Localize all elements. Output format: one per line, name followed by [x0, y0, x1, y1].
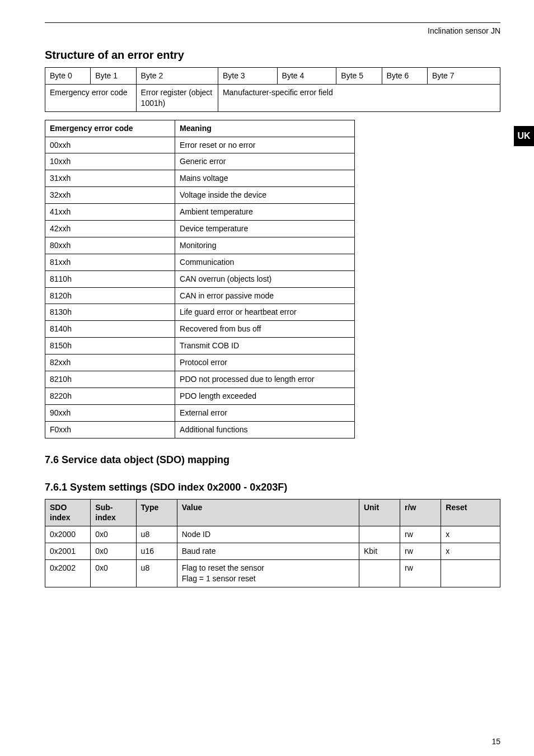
table-header-row: Emergency error code Meaning	[45, 120, 355, 137]
column-header: Sub-index	[91, 499, 136, 526]
cell: Emergency error code	[45, 84, 137, 111]
cell: Node ID	[177, 526, 359, 543]
cell: Byte 6	[382, 68, 427, 85]
cell: 90xxh	[45, 404, 175, 421]
cell: Voltage inside the device	[175, 187, 354, 204]
table-error-codes: Emergency error code Meaning 00xxhError …	[45, 120, 355, 438]
cell: Recovered from bus off	[175, 321, 354, 338]
table-row: 0x20020x0u8Flag to reset the sensor Flag…	[45, 560, 500, 587]
cell: 0x2000	[45, 526, 91, 543]
cell: 0x2002	[45, 560, 91, 587]
cell: Byte 3	[218, 68, 277, 85]
cell: 0x0	[91, 543, 136, 560]
column-header: Value	[177, 499, 359, 526]
section-heading-sdo-mapping: 7.6 Service data object (SDO) mapping	[45, 454, 500, 466]
table-row: 8130hLife guard error or heartbeat error	[45, 304, 355, 321]
table-row: 8210hPDO not processed due to length err…	[45, 371, 355, 388]
table-row: 0x20010x0u16Baud rateKbitrwx	[45, 543, 500, 560]
page-number: 15	[491, 737, 500, 746]
table-row: 8120hCAN in error passive mode	[45, 287, 355, 304]
table-row: F0xxhAdditional functions	[45, 421, 355, 438]
cell: u8	[136, 526, 177, 543]
cell: Life guard error or heartbeat error	[175, 304, 354, 321]
cell: Communication	[175, 254, 354, 270]
cell: Error reset or no error	[175, 137, 354, 153]
table-row: 90xxhExternal error	[45, 404, 355, 421]
cell: Additional functions	[175, 421, 354, 438]
column-header: Unit	[359, 499, 400, 526]
cell: 8210h	[45, 371, 175, 388]
cell: 32xxh	[45, 187, 175, 204]
column-header: Emergency error code	[45, 120, 175, 137]
cell: Monitoring	[175, 237, 354, 254]
table-sdo: SDO index Sub-index Type Value Unit r/w …	[45, 499, 500, 587]
cell: 41xxh	[45, 204, 175, 221]
table-row: 41xxhAmbient temperature	[45, 204, 355, 221]
section-heading-system-settings: 7.6.1 System settings (SDO index 0x2000 …	[45, 482, 500, 493]
table-row: 00xxhError reset or no error	[45, 137, 355, 153]
cell: Transmit COB ID	[175, 338, 354, 354]
table-row: 81xxhCommunication	[45, 254, 355, 270]
cell: 8220h	[45, 388, 175, 404]
cell: Protocol error	[175, 354, 354, 371]
cell: 42xxh	[45, 221, 175, 237]
cell: F0xxh	[45, 421, 175, 438]
cell: 31xxh	[45, 170, 175, 187]
table-row: 42xxhDevice temperature	[45, 221, 355, 237]
cell: Generic error	[175, 153, 354, 170]
cell: Byte 4	[277, 68, 336, 85]
cell: u8	[136, 560, 177, 587]
cell: External error	[175, 404, 354, 421]
column-header: Meaning	[175, 120, 354, 137]
table-row: 8110hCAN overrun (objects lost)	[45, 270, 355, 287]
cell: 8110h	[45, 270, 175, 287]
column-header: SDO index	[45, 499, 91, 526]
cell: Error register (object 1001h)	[136, 84, 218, 111]
cell: 82xxh	[45, 354, 175, 371]
cell: rw	[400, 560, 441, 587]
running-header: Inclination sensor JN	[45, 26, 500, 35]
cell: 0x0	[91, 526, 136, 543]
cell: 10xxh	[45, 153, 175, 170]
table-row: 80xxhMonitoring	[45, 237, 355, 254]
table-row: Byte 0 Byte 1 Byte 2 Byte 3 Byte 4 Byte …	[45, 68, 500, 85]
cell: Manufacturer-specific error field	[218, 84, 500, 111]
table-row: 8150hTransmit COB ID	[45, 338, 355, 354]
table-error-entry: Byte 0 Byte 1 Byte 2 Byte 3 Byte 4 Byte …	[45, 67, 500, 112]
cell: 0x0	[91, 560, 136, 587]
cell: Byte 2	[136, 68, 218, 85]
cell: u16	[136, 543, 177, 560]
column-header: r/w	[400, 499, 441, 526]
cell: PDO not processed due to length error	[175, 371, 354, 388]
cell: rw	[400, 543, 441, 560]
cell: Baud rate	[177, 543, 359, 560]
cell: 80xxh	[45, 237, 175, 254]
cell: Kbit	[359, 543, 400, 560]
cell: CAN in error passive mode	[175, 287, 354, 304]
column-header: Type	[136, 499, 177, 526]
cell: Byte 0	[45, 68, 91, 85]
cell: PDO length exceeded	[175, 388, 354, 404]
table-row: Emergency error code Error register (obj…	[45, 84, 500, 111]
cell: 0x2001	[45, 543, 91, 560]
cell: x	[441, 526, 500, 543]
cell: 81xxh	[45, 254, 175, 270]
table-row: 10xxhGeneric error	[45, 153, 355, 170]
cell: 8140h	[45, 321, 175, 338]
cell: 8150h	[45, 338, 175, 354]
cell	[359, 560, 400, 587]
table-row: 0x20000x0u8Node IDrwx	[45, 526, 500, 543]
table-row: 8140hRecovered from bus off	[45, 321, 355, 338]
cell: Flag to reset the sensor Flag = 1 sensor…	[177, 560, 359, 587]
cell: 8120h	[45, 287, 175, 304]
cell: rw	[400, 526, 441, 543]
cell: 00xxh	[45, 137, 175, 153]
header-rule	[45, 22, 500, 23]
table-row: 31xxhMains voltage	[45, 170, 355, 187]
cell	[441, 560, 500, 587]
cell: Mains voltage	[175, 170, 354, 187]
column-header: Reset	[441, 499, 500, 526]
table-row: 82xxhProtocol error	[45, 354, 355, 371]
cell: Byte 5	[336, 68, 382, 85]
cell: Device temperature	[175, 221, 354, 237]
